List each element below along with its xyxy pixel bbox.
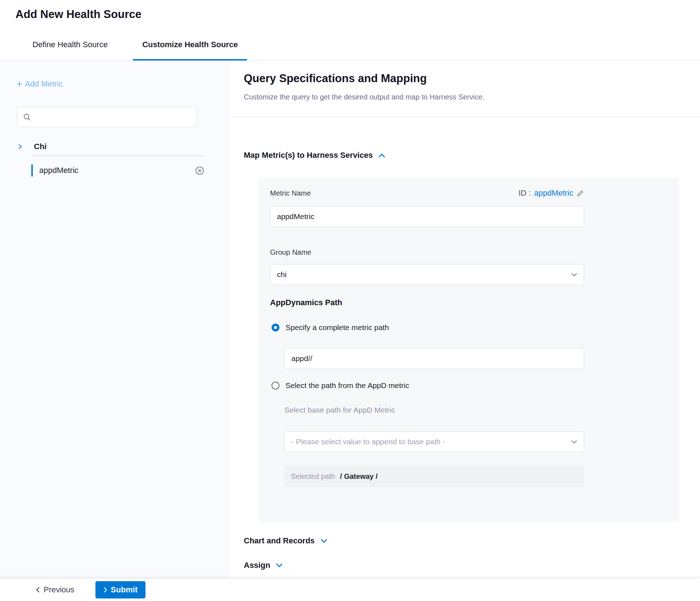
id-label: ID : [519, 188, 531, 198]
chevron-down-icon[interactable] [276, 563, 283, 568]
selected-metric-indicator [31, 164, 33, 177]
assign-section-toggle[interactable]: Assign [244, 561, 283, 570]
metric-id-group: ID : appdMetric [519, 188, 584, 198]
base-path-select[interactable]: - Please select value to append to base … [284, 431, 584, 452]
selected-path-value: / Gateway / [340, 472, 378, 481]
submit-button[interactable]: Submit [95, 581, 146, 598]
page-header: Add New Health Source [0, 0, 700, 30]
map-metrics-section-toggle[interactable]: Map Metric(s) to Harness Services [244, 151, 385, 160]
group-divider [31, 156, 205, 156]
chevron-left-icon [36, 587, 40, 593]
map-metrics-section-title: Map Metric(s) to Harness Services [244, 151, 373, 160]
selected-path-label: Selected path [291, 472, 335, 481]
base-path-placeholder: - Please select value to append to base … [291, 437, 445, 446]
chevron-right-icon [103, 587, 108, 593]
wizard-footer: Previous Submit [0, 579, 700, 601]
radio-complete-metric-path[interactable]: Specify a complete metric path [272, 323, 389, 332]
complete-metric-path-input[interactable] [284, 348, 584, 369]
radio-select-appd-path-label: Select the path from the AppD metric [286, 381, 409, 390]
add-metric-label: Add Metric [25, 79, 63, 89]
group-name-label: Group Name [270, 248, 311, 257]
metric-mapping-panel: Metric Name ID : appdMetric Group Name c… [259, 178, 679, 522]
plus-icon [16, 80, 23, 88]
tab-customize-health-source[interactable]: Customize Health Source [133, 30, 247, 61]
search-input[interactable] [35, 112, 191, 121]
main-section-subtitle: Customize the query to get the desired o… [244, 93, 484, 101]
group-name-value: chi [277, 270, 287, 279]
tab-define-health-source[interactable]: Define Health Source [23, 30, 117, 61]
chevron-down-icon[interactable] [320, 539, 327, 543]
selected-path-bar: Selected path / Gateway / [284, 466, 584, 487]
add-health-source-page: Add New Health Source Define Health Sour… [0, 0, 700, 601]
metric-item-label: appdMetric [39, 166, 195, 175]
previous-button[interactable]: Previous [36, 585, 75, 595]
metric-id-value[interactable]: appdMetric [534, 188, 573, 198]
search-icon [23, 113, 31, 121]
tab-bar: Define Health Source Customize Health So… [0, 30, 700, 61]
chart-and-records-title: Chart and Records [244, 536, 315, 546]
section-divider [230, 117, 700, 117]
metrics-sidebar: Add Metric Chi appdMetric [0, 61, 228, 579]
group-name-select[interactable]: chi [270, 264, 584, 285]
add-metric-button[interactable]: Add Metric [16, 79, 63, 89]
metric-group-label: Chi [34, 142, 46, 151]
submit-button-label: Submit [111, 585, 138, 595]
chevron-down-icon [571, 440, 577, 444]
query-specifications-panel: Query Specifications and Mapping Customi… [228, 61, 700, 579]
chevron-right-icon[interactable] [17, 144, 23, 150]
edit-id-icon[interactable] [576, 190, 584, 197]
metric-search [17, 107, 197, 127]
remove-metric-icon[interactable] [195, 166, 205, 175]
chart-and-records-section-toggle[interactable]: Chart and Records [244, 536, 327, 546]
radio-unselected-icon[interactable] [272, 382, 279, 389]
chevron-down-icon [571, 273, 577, 277]
metric-list-item[interactable]: appdMetric [31, 162, 205, 179]
base-path-label: Select base path for AppD Metric [284, 406, 395, 414]
appdynamics-path-label: AppDynamics Path [270, 298, 342, 307]
chevron-up-icon[interactable] [378, 153, 385, 158]
metric-name-input[interactable] [270, 206, 584, 227]
main-section-title: Query Specifications and Mapping [244, 72, 427, 85]
radio-select-appd-path[interactable]: Select the path from the AppD metric [272, 381, 409, 390]
radio-selected-icon[interactable] [272, 324, 279, 331]
metric-name-label: Metric Name [270, 189, 311, 197]
metric-group-row[interactable]: Chi [17, 138, 205, 155]
radio-complete-metric-path-label: Specify a complete metric path [286, 323, 389, 332]
previous-button-label: Previous [44, 585, 75, 595]
assign-title: Assign [244, 561, 270, 570]
page-title: Add New Health Source [15, 8, 142, 21]
metric-name-row: Metric Name ID : appdMetric [270, 188, 584, 198]
